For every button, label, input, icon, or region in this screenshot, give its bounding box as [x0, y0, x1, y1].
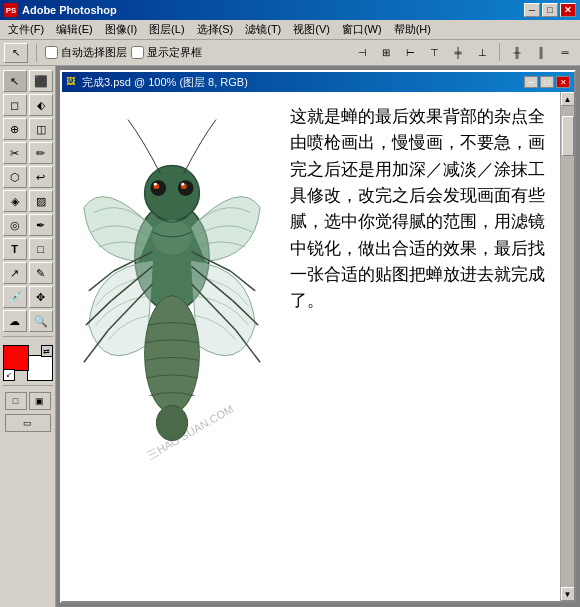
scroll-down-btn[interactable]: ▼ — [561, 587, 575, 601]
lasso-tool[interactable]: ◻ — [3, 94, 27, 116]
show-bounds-checkbox[interactable] — [131, 46, 144, 59]
options-toolbar: ↖ 自动选择图层 显示定界框 ⊣ ⊞ ⊢ ⊤ ╪ ⊥ ╫ ║ ═ — [0, 40, 580, 66]
foreground-color[interactable] — [3, 345, 29, 371]
main-area: ↖ ⬛ ◻ ⬖ ⊕ ◫ ✂ ✏ ⬡ ↩ ◈ ▨ ◎ ✒ T □ — [0, 66, 580, 607]
measure-tool[interactable]: ✥ — [29, 286, 53, 308]
menu-filter[interactable]: 滤镜(T) — [239, 20, 287, 39]
canvas-area: 🖼 完成3.psd @ 100% (图层 8, RGB) ─ □ ✕ — [56, 66, 580, 607]
cicada-image — [62, 92, 282, 601]
vertical-scrollbar: ▲ ▼ — [560, 92, 574, 601]
reset-colors-icon[interactable]: ↙ — [3, 369, 15, 381]
scroll-up-btn[interactable]: ▲ — [561, 92, 575, 106]
title-bar-buttons: ─ □ ✕ — [524, 3, 576, 17]
magic-wand-tool[interactable]: ⬖ — [29, 94, 53, 116]
shape-tool[interactable]: □ — [29, 238, 53, 260]
toolbar-sep-1 — [36, 44, 37, 62]
menu-help[interactable]: 帮助(H) — [388, 20, 437, 39]
close-button[interactable]: ✕ — [560, 3, 576, 17]
tool-sep-2 — [3, 385, 53, 386]
doc-icon: 🖼 — [66, 76, 78, 88]
maximize-button[interactable]: □ — [542, 3, 558, 17]
doc-close-btn[interactable]: ✕ — [556, 76, 570, 88]
menu-file[interactable]: 文件(F) — [2, 20, 50, 39]
slice-tool[interactable]: ◫ — [29, 118, 53, 140]
swap-colors-icon[interactable]: ⇄ — [41, 345, 53, 357]
path-select-tool[interactable]: ↗ — [3, 262, 27, 284]
menu-edit[interactable]: 编辑(E) — [50, 20, 99, 39]
tool-row-6: ◈ ▨ — [3, 190, 53, 212]
distribute-right-icon[interactable]: ═ — [554, 43, 576, 63]
doc-title-bar: 🖼 完成3.psd @ 100% (图层 8, RGB) ─ □ ✕ — [62, 72, 574, 92]
dodge-tool[interactable]: ◎ — [3, 214, 27, 236]
description-text: 这就是蝉的最后效果背部的杂点全由喷枪画出，慢慢画，不要急，画完之后还是用加深／减… — [282, 92, 560, 601]
menu-bar: 文件(F) 编辑(E) 图像(I) 图层(L) 选择(S) 滤镜(T) 视图(V… — [0, 20, 580, 40]
tool-row-10: 💉 ✥ — [3, 286, 53, 308]
doc-title: 完成3.psd @ 100% (图层 8, RGB) — [82, 75, 524, 90]
tool-row-1: ↖ ⬛ — [3, 70, 53, 92]
tool-row-11: ☁ 🔍 — [3, 310, 53, 332]
annotation-tool[interactable]: ✎ — [29, 262, 53, 284]
align-top-icon[interactable]: ⊤ — [423, 43, 445, 63]
heal-tool[interactable]: ✂ — [3, 142, 27, 164]
color-selector: ↙ ⇄ — [3, 345, 53, 381]
align-left-icon[interactable]: ⊣ — [351, 43, 373, 63]
doc-maximize-btn[interactable]: □ — [540, 76, 554, 88]
align-icons: ⊣ ⊞ ⊢ ⊤ ╪ ⊥ ╫ ║ ═ — [351, 43, 576, 63]
tool-row-8: T □ — [3, 238, 53, 260]
svg-point-7 — [181, 183, 184, 186]
standard-mode-btn[interactable]: □ — [5, 392, 27, 410]
tool-row-3: ⊕ ◫ — [3, 118, 53, 140]
crop-tool[interactable]: ⊕ — [3, 118, 27, 140]
app-title-bar: PS Adobe Photoshop ─ □ ✕ — [0, 0, 580, 20]
zoom-tool[interactable]: ⬛ — [29, 70, 53, 92]
align-bottom-icon[interactable]: ⊥ — [471, 43, 493, 63]
eyedropper-tool[interactable]: 💉 — [3, 286, 27, 308]
scroll-track[interactable] — [561, 106, 575, 587]
align-center-v-icon[interactable]: ╪ — [447, 43, 469, 63]
quickmask-mode-btn[interactable]: ▣ — [29, 392, 51, 410]
move-tool-btn[interactable]: ↖ — [4, 43, 28, 63]
auto-select-label: 自动选择图层 — [61, 45, 127, 60]
align-right-icon[interactable]: ⊢ — [399, 43, 421, 63]
move-tool[interactable]: ↖ — [3, 70, 27, 92]
doc-content: 这就是蝉的最后效果背部的杂点全由喷枪画出，慢慢画，不要急，画完之后还是用加深／减… — [62, 92, 574, 601]
menu-window[interactable]: 窗口(W) — [336, 20, 388, 39]
pen-tool[interactable]: ✒ — [29, 214, 53, 236]
mask-mode-row: □ ▣ — [5, 392, 51, 410]
tool-row-7: ◎ ✒ — [3, 214, 53, 236]
tool-row-4: ✂ ✏ — [3, 142, 53, 164]
app-title: Adobe Photoshop — [22, 4, 524, 16]
menu-layer[interactable]: 图层(L) — [143, 20, 190, 39]
doc-buttons: ─ □ ✕ — [524, 76, 570, 88]
menu-select[interactable]: 选择(S) — [191, 20, 240, 39]
doc-minimize-btn[interactable]: ─ — [524, 76, 538, 88]
svg-point-9 — [145, 296, 200, 413]
brush-tool[interactable]: ✏ — [29, 142, 53, 164]
minimize-button[interactable]: ─ — [524, 3, 540, 17]
menu-image[interactable]: 图像(I) — [99, 20, 143, 39]
eraser-tool[interactable]: ◈ — [3, 190, 27, 212]
stamp-tool[interactable]: ⬡ — [3, 166, 27, 188]
tool-sep-1 — [3, 336, 53, 337]
menu-view[interactable]: 视图(V) — [287, 20, 336, 39]
toolbar-sep-2 — [499, 43, 500, 61]
auto-select-group: 自动选择图层 — [45, 45, 127, 60]
scroll-thumb[interactable] — [562, 116, 574, 156]
screen-mode-row: ▭ — [5, 414, 51, 432]
align-center-h-icon[interactable]: ⊞ — [375, 43, 397, 63]
gradient-tool[interactable]: ▨ — [29, 190, 53, 212]
distribute-left-icon[interactable]: ╫ — [506, 43, 528, 63]
tool-row-9: ↗ ✎ — [3, 262, 53, 284]
svg-point-6 — [154, 183, 157, 186]
tool-row-5: ⬡ ↩ — [3, 166, 53, 188]
document-window: 🖼 完成3.psd @ 100% (图层 8, RGB) ─ □ ✕ — [60, 70, 576, 603]
text-tool[interactable]: T — [3, 238, 27, 260]
history-tool[interactable]: ↩ — [29, 166, 53, 188]
zoom-view-tool[interactable]: 🔍 — [29, 310, 53, 332]
background-color[interactable] — [27, 355, 53, 381]
distribute-center-h-icon[interactable]: ║ — [530, 43, 552, 63]
auto-select-checkbox[interactable] — [45, 46, 58, 59]
show-bounds-group: 显示定界框 — [131, 45, 202, 60]
screen-mode-btn[interactable]: ▭ — [5, 414, 51, 432]
hand-tool[interactable]: ☁ — [3, 310, 27, 332]
